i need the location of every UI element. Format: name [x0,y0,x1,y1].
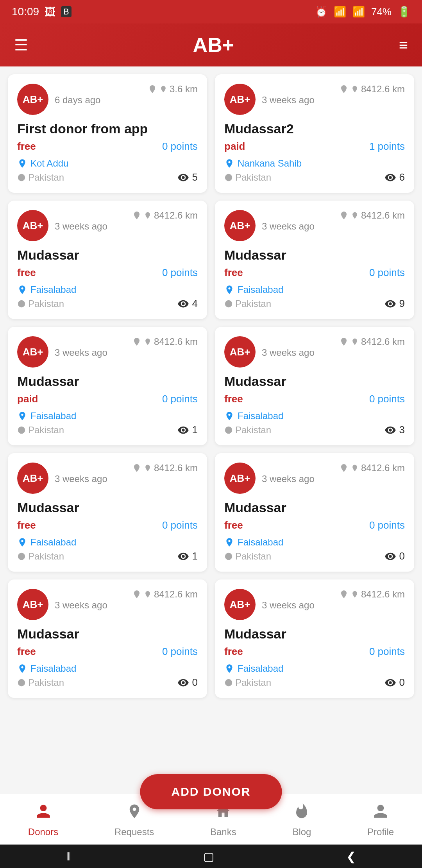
donor-card-7[interactable]: AB+ 3 weeks ago 8412.6 km Mudassar free … [8,453,207,572]
donor-points: 0 points [369,646,405,658]
donor-country: Pakistan [17,551,64,562]
location-city-row: Faisalabad [224,411,405,421]
avatar: AB+ [17,336,48,368]
card-footer: Pakistan 1 [17,550,198,562]
card-status-row: free 0 points [17,267,198,279]
donor-card-3[interactable]: AB+ 3 weeks ago 8412.6 km Mudassar free … [8,201,207,319]
donor-status: paid [224,140,245,152]
fab-container: ADD DONOR [140,774,282,809]
donor-points: 1 points [369,140,405,152]
back-button[interactable]: ❮ [346,850,356,863]
alarm-icon: ⏰ [315,6,327,18]
time-ago: 3 weeks ago [262,221,315,232]
donor-city: Kot Addu [30,158,68,169]
donor-city: Faisalabad [30,537,76,548]
donor-city: Faisalabad [30,663,76,674]
donor-points: 0 points [162,393,198,405]
time-ago: 3 weeks ago [262,600,315,611]
donor-status: free [17,140,36,152]
home-button[interactable]: ▢ [203,850,214,863]
location-city-row: Faisalabad [224,663,405,674]
donor-points: 0 points [162,267,198,279]
avatar: AB+ [224,84,256,115]
location-city-row: Kot Addu [17,158,198,169]
nav-blog[interactable]: Blog [292,803,311,838]
donor-points: 0 points [162,140,198,152]
time-ago: 3 weeks ago [262,95,315,106]
card-footer: Pakistan 0 [224,676,405,689]
card-header: AB+ 3 weeks ago 8412.6 km [224,463,405,494]
card-status-row: free 0 points [17,519,198,531]
avatar: AB+ [17,463,48,494]
donor-points: 0 points [162,519,198,531]
donor-country: Pakistan [224,677,271,688]
donor-card-5[interactable]: AB+ 3 weeks ago 8412.6 km Mudassar paid … [8,327,207,445]
distance: 8412.6 km [339,84,405,95]
menu-button[interactable]: ☰ [14,36,28,54]
donor-status: free [224,267,243,279]
donor-card-9[interactable]: AB+ 3 weeks ago 8412.6 km Mudassar free … [8,579,207,698]
nav-donors[interactable]: Donors [28,803,58,838]
location-city-row: Faisalabad [17,537,198,548]
donor-name: Mudassar [224,247,405,263]
recents-button[interactable]: ⦀ [66,850,71,863]
donors-label: Donors [28,827,58,838]
donor-country: Pakistan [17,425,64,436]
donor-country: Pakistan [224,298,271,309]
app-title: AB+ [193,33,234,57]
donor-status: free [224,646,243,658]
card-header: AB+ 3 weeks ago 8412.6 km [17,463,198,494]
avatar: AB+ [17,84,48,115]
filter-button[interactable]: ≡ [399,36,408,54]
avatar: AB+ [224,336,256,368]
donor-country: Pakistan [224,172,271,183]
svg-point-6 [18,552,25,560]
donor-points: 0 points [369,267,405,279]
card-footer: Pakistan 1 [17,424,198,436]
distance: 8412.6 km [339,336,405,347]
avatar: AB+ [224,210,256,241]
nav-profile[interactable]: Profile [367,803,394,838]
donor-card-6[interactable]: AB+ 3 weeks ago 8412.6 km Mudassar free … [215,327,414,445]
distance: 8412.6 km [132,589,198,600]
donor-card-1[interactable]: AB+ 6 days ago 3.6 km First donor from a… [8,74,207,193]
card-header: AB+ 3 weeks ago 8412.6 km [17,336,198,368]
donor-points: 0 points [162,646,198,658]
time-ago: 3 weeks ago [55,600,107,611]
donor-city: Faisalabad [30,411,76,421]
add-donor-button[interactable]: ADD DONOR [140,774,282,809]
donor-city: Faisalabad [238,663,283,674]
donor-points: 0 points [369,393,405,405]
donor-card-8[interactable]: AB+ 3 weeks ago 8412.6 km Mudassar free … [215,453,414,572]
svg-point-4 [18,426,25,433]
signal-icon: 📶 [352,6,365,18]
time-ago: 3 weeks ago [55,347,107,358]
donor-city: Faisalabad [30,284,76,295]
location-city-row: Nankana Sahib [224,158,405,169]
cards-grid: AB+ 6 days ago 3.6 km First donor from a… [0,66,422,776]
card-header: AB+ 6 days ago 3.6 km [17,84,198,115]
card-footer: Pakistan 4 [17,298,198,310]
card-footer: Pakistan 3 [224,424,405,436]
donor-city: Nankana Sahib [238,158,302,169]
donor-city: Faisalabad [238,411,283,421]
view-count: 0 [384,676,405,689]
donor-card-10[interactable]: AB+ 3 weeks ago 8412.6 km Mudassar free … [215,579,414,698]
donor-name: Mudassar [224,626,405,642]
svg-point-7 [225,552,232,560]
card-footer: Pakistan 0 [224,550,405,562]
donor-card-4[interactable]: AB+ 3 weeks ago 8412.6 km Mudassar free … [215,201,414,319]
distance: 8412.6 km [132,463,198,473]
card-header: AB+ 3 weeks ago 8412.6 km [17,589,198,620]
donor-card-2[interactable]: AB+ 3 weeks ago 8412.6 km Mudassar2 paid… [215,74,414,193]
donor-name: Mudassar [17,247,198,263]
location-city-row: Faisalabad [17,663,198,674]
distance: 8412.6 km [339,589,405,600]
donor-status: free [17,267,36,279]
app-header: ☰ AB+ ≡ [0,23,422,66]
distance: 3.6 km [148,84,198,95]
distance: 8412.6 km [339,463,405,473]
avatar: AB+ [17,210,48,241]
donor-city: Faisalabad [238,537,283,548]
donor-country: Pakistan [17,677,64,688]
